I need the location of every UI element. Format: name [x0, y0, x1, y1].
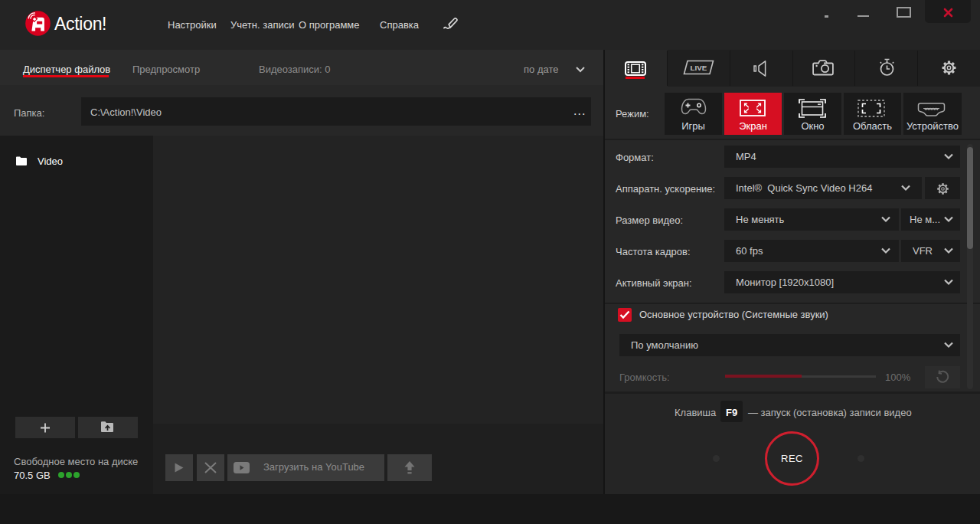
- svg-text:LIVE: LIVE: [691, 64, 707, 72]
